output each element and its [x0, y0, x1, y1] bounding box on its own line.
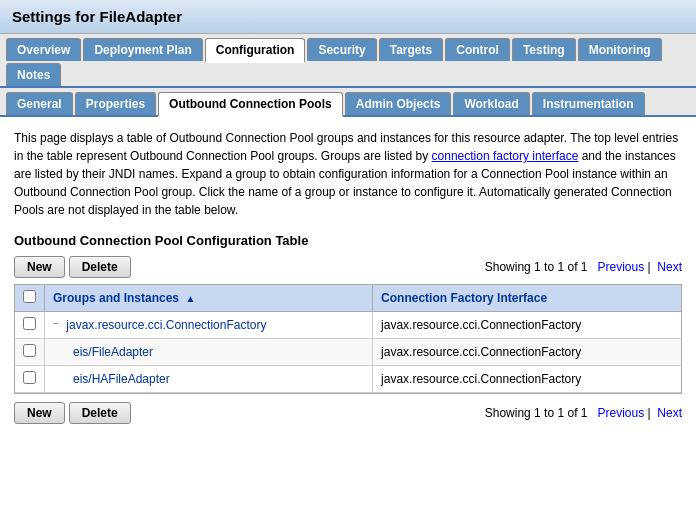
- tab-bar-2: General Properties Outbound Connection P…: [0, 88, 696, 117]
- next-link-bottom[interactable]: Next: [657, 406, 682, 420]
- tab-general[interactable]: General: [6, 92, 73, 115]
- new-button-bottom[interactable]: New: [14, 402, 65, 424]
- connection-factory-link[interactable]: connection factory interface: [432, 149, 579, 163]
- row-3-name: eis/HAFileAdapter: [45, 366, 373, 393]
- row-2-name: eis/FileAdapter: [45, 339, 373, 366]
- row-1-checkbox[interactable]: [23, 317, 36, 330]
- tab-monitoring[interactable]: Monitoring: [578, 38, 662, 61]
- row-1-link[interactable]: javax.resource.cci.ConnectionFactory: [66, 318, 266, 332]
- row-3-link[interactable]: eis/HAFileAdapter: [73, 372, 170, 386]
- row-checkbox[interactable]: [15, 366, 45, 393]
- tab-instrumentation[interactable]: Instrumentation: [532, 92, 645, 115]
- pagination-top: Showing 1 to 1 of 1 Previous | Next: [485, 260, 682, 274]
- row-2-factory: javax.resource.cci.ConnectionFactory: [373, 339, 681, 366]
- row-checkbox[interactable]: [15, 312, 45, 339]
- tab-deployment-plan[interactable]: Deployment Plan: [83, 38, 202, 61]
- tab-testing[interactable]: Testing: [512, 38, 576, 61]
- select-all-checkbox[interactable]: [23, 290, 36, 303]
- expand-icon[interactable]: ⁻: [53, 319, 59, 331]
- delete-button-top[interactable]: Delete: [69, 256, 131, 278]
- tab-workload[interactable]: Workload: [453, 92, 529, 115]
- description-text: This page displays a table of Outbound C…: [14, 129, 682, 219]
- delete-button-bottom[interactable]: Delete: [69, 402, 131, 424]
- pagination-bottom: Showing 1 to 1 of 1 Previous | Next: [485, 406, 682, 420]
- row-2-checkbox[interactable]: [23, 344, 36, 357]
- row-2-link[interactable]: eis/FileAdapter: [73, 345, 153, 359]
- sort-icon[interactable]: ▲: [185, 293, 195, 304]
- tab-control[interactable]: Control: [445, 38, 510, 61]
- tab-overview[interactable]: Overview: [6, 38, 81, 61]
- row-1-factory: javax.resource.cci.ConnectionFactory: [373, 312, 681, 339]
- new-button-top[interactable]: New: [14, 256, 65, 278]
- tab-targets[interactable]: Targets: [379, 38, 443, 61]
- header-groups-instances: Groups and Instances ▲: [45, 285, 373, 312]
- tab-admin-objects[interactable]: Admin Objects: [345, 92, 452, 115]
- table-row: eis/FileAdapter javax.resource.cci.Conne…: [15, 339, 681, 366]
- next-link-top[interactable]: Next: [657, 260, 682, 274]
- row-3-checkbox[interactable]: [23, 371, 36, 384]
- row-checkbox[interactable]: [15, 339, 45, 366]
- row-1-name: ⁻ javax.resource.cci.ConnectionFactory: [45, 312, 373, 339]
- row-3-factory: javax.resource.cci.ConnectionFactory: [373, 366, 681, 393]
- page-title: Settings for FileAdapter: [0, 0, 696, 34]
- tab-security[interactable]: Security: [307, 38, 376, 61]
- previous-link-top[interactable]: Previous: [598, 260, 645, 274]
- tab-configuration[interactable]: Configuration: [205, 38, 306, 63]
- header-connection-factory: Connection Factory Interface: [373, 285, 681, 312]
- table-row: eis/HAFileAdapter javax.resource.cci.Con…: [15, 366, 681, 393]
- previous-link-bottom[interactable]: Previous: [598, 406, 645, 420]
- tab-notes[interactable]: Notes: [6, 63, 61, 86]
- tab-properties[interactable]: Properties: [75, 92, 156, 115]
- tab-outbound-connection-pools[interactable]: Outbound Connection Pools: [158, 92, 343, 117]
- table-row: ⁻ javax.resource.cci.ConnectionFactory j…: [15, 312, 681, 339]
- tab-bar-1: Overview Deployment Plan Configuration S…: [0, 34, 696, 88]
- header-checkbox[interactable]: [15, 285, 45, 312]
- section-title: Outbound Connection Pool Configuration T…: [14, 233, 682, 248]
